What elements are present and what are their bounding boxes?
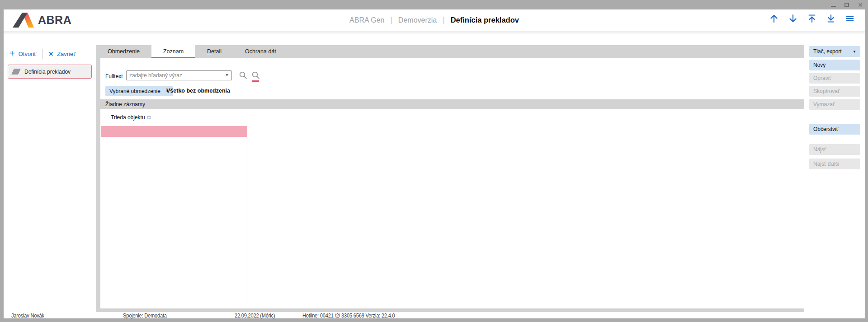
header-nav-icons xyxy=(769,14,855,23)
close-button-label: Zavrieť xyxy=(57,51,75,57)
close-x-icon: ✕ xyxy=(48,51,53,57)
breadcrumb-separator: | xyxy=(390,16,392,25)
fulltext-label: Fulltext xyxy=(105,73,123,79)
open-button[interactable]: + Otvoriť xyxy=(9,50,36,58)
status-date: 22.09.2022 (Móric) xyxy=(235,313,275,319)
left-toolbar: + Otvoriť ✕ Zavrieť xyxy=(9,48,75,59)
status-connection: Spojenie: Demodata xyxy=(123,313,167,319)
print-export-button[interactable]: Tlač, export ▼ xyxy=(809,46,860,57)
page-title: Definícia prekladov xyxy=(451,16,519,24)
move-first-icon[interactable] xyxy=(807,14,817,23)
selected-restriction-label: Vybrané obmedzenie xyxy=(109,88,160,94)
sort-square-icon: □ xyxy=(148,115,151,120)
move-down-icon[interactable] xyxy=(788,14,798,23)
tab-detail[interactable]: Detail xyxy=(195,45,233,58)
panel-left-gutter xyxy=(96,58,100,312)
close-button[interactable]: ✕ xyxy=(857,2,863,8)
tab-bar: Obmedzenie Zoznam Detail Ochrana dát xyxy=(96,45,804,58)
search-highlight-underline xyxy=(252,80,259,82)
breadcrumb-environment: Demoverzia xyxy=(398,16,437,24)
search-icon[interactable] xyxy=(239,71,247,79)
breadcrumb-separator: | xyxy=(443,16,444,25)
panel-bottom-gutter xyxy=(96,308,804,312)
new-button[interactable]: Nový xyxy=(809,60,860,70)
list-content: Fulltext ▼ Vybrané obmedzenie ▼ Všetko b… xyxy=(100,58,804,308)
status-user: Jaroslav Novák xyxy=(11,313,44,319)
breadcrumb: ABRA Gen | Demoverzia | Definícia prekla… xyxy=(4,9,865,31)
fulltext-input[interactable] xyxy=(126,70,232,80)
maximize-button[interactable] xyxy=(844,2,850,8)
column-divider xyxy=(247,109,247,308)
sidebar-item-label: Definícia prekladov xyxy=(24,69,71,75)
breadcrumb-app-name: ABRA Gen xyxy=(349,16,384,24)
edit-button[interactable]: Opraviť xyxy=(809,73,860,84)
refresh-button[interactable]: Občerstviť xyxy=(809,124,860,135)
records-status-bar: Žiadne záznamy xyxy=(100,99,804,109)
selected-restriction-button[interactable]: Vybrané obmedzenie ▼ xyxy=(105,86,173,96)
plus-icon: + xyxy=(9,49,15,58)
app-window: ABRA ABRA Gen | Demoverzia | Definícia p… xyxy=(4,9,865,318)
chevron-down-icon: ▼ xyxy=(853,50,856,54)
module-icon xyxy=(11,69,21,75)
copy-button[interactable]: Skopírovať xyxy=(809,86,860,97)
print-export-label: Tlač, export xyxy=(813,48,842,55)
app-header: ABRA ABRA Gen | Demoverzia | Definícia p… xyxy=(4,9,865,31)
status-hotline-version: Hotline: 00421 /2/ 3305 6569 Verzia: 22.… xyxy=(302,313,395,319)
restriction-value: Všetko bez obmedzenia xyxy=(166,88,230,94)
tab-ochrana-dat[interactable]: Ochrana dát xyxy=(233,45,288,58)
delete-button[interactable]: Vymazať xyxy=(809,99,860,110)
move-last-icon[interactable] xyxy=(826,14,836,23)
records-status-text: Žiadne záznamy xyxy=(105,101,145,107)
open-button-label: Otvoriť xyxy=(19,51,37,57)
close-tab-button[interactable]: ✕ Zavrieť xyxy=(48,51,75,57)
search-highlight-icon[interactable] xyxy=(251,71,260,79)
header-shadow xyxy=(4,31,865,35)
selected-empty-row[interactable] xyxy=(101,126,247,137)
abra-app-window: { "colors": { "frame_gray": "#ababab", "… xyxy=(0,0,868,322)
toolbar-divider xyxy=(42,49,42,59)
window-controls: ✕ xyxy=(830,0,863,9)
find-next-button[interactable]: Nájsť ďalší xyxy=(809,159,860,169)
sidebar-item-definicia-prekladov[interactable]: Definícia prekladov xyxy=(8,65,92,79)
tab-zoznam[interactable]: Zoznam xyxy=(151,45,195,58)
minimize-button[interactable] xyxy=(830,2,836,8)
menu-icon[interactable] xyxy=(845,14,855,23)
main-panel: Obmedzenie Zoznam Detail Ochrana dát Ful… xyxy=(96,45,804,312)
column-header-label: Trieda objektu xyxy=(111,114,145,121)
column-header-trieda-objektu[interactable]: Trieda objektu □ xyxy=(111,114,151,121)
tab-obmedzenie[interactable]: Obmedzenie xyxy=(96,45,151,58)
find-button[interactable]: Nájsť xyxy=(809,144,860,155)
move-up-icon[interactable] xyxy=(769,14,779,23)
